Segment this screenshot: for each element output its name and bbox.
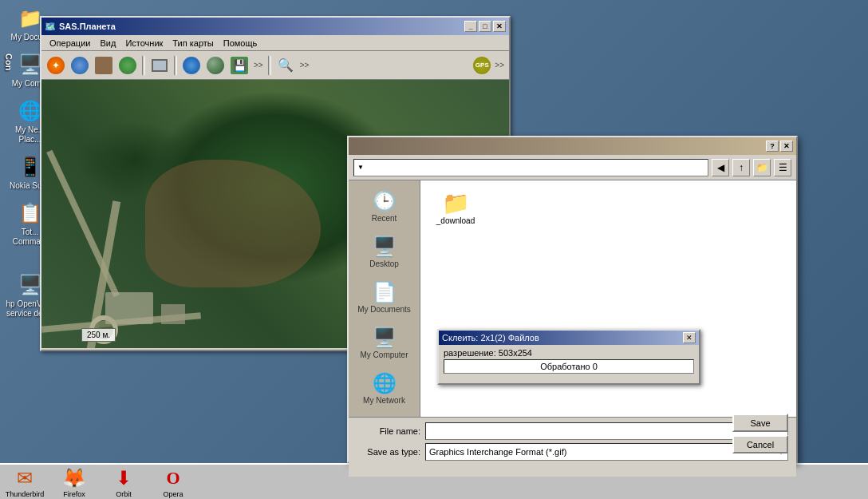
sphere-icon	[207, 57, 224, 74]
taskbar-opera[interactable]: O Opera	[152, 465, 195, 499]
menu-operations[interactable]: Операции	[45, 37, 95, 50]
save-back-btn[interactable]: ◀	[712, 159, 729, 176]
menu-help[interactable]: Помощь	[219, 37, 262, 50]
taskbar-firefox[interactable]: 🦊 Firefox	[53, 465, 96, 499]
new-folder-icon: 📁	[756, 162, 768, 173]
skleit-resolution: разрешение: 503х254	[444, 348, 694, 358]
up-folder-icon: ↑	[739, 162, 744, 173]
gps-btn[interactable]: GPS	[471, 54, 493, 77]
save-cancel-button[interactable]: Cancel	[732, 435, 788, 453]
save-content-download-folder[interactable]: 📁 _download	[424, 184, 487, 232]
globe-icon	[119, 57, 136, 74]
toolbar-sep-3	[268, 56, 271, 75]
toolbar-sep-2	[174, 56, 177, 75]
network-label: My Network	[363, 396, 405, 405]
save-up-folder-btn[interactable]: ↑	[732, 159, 750, 176]
save-sidebar: 🕒 Recent 🖥️ Desktop 📄 My Documents 🖥️ My…	[349, 180, 420, 417]
zoom-icon: 🔍	[278, 57, 294, 73]
recent-label: Recent	[372, 214, 397, 223]
toolbar-rectangle-btn[interactable]	[148, 54, 171, 77]
my-computer-icon: 🖥️	[18, 52, 43, 77]
sas-toolbar: ✦ 💾 >>	[41, 51, 509, 80]
sas-restore-button[interactable]: □	[479, 21, 491, 32]
opera-label: Opera	[163, 491, 183, 499]
network-icon: 🌐	[373, 372, 397, 394]
save-save-button[interactable]: Save	[732, 414, 788, 432]
sas-minimize-button[interactable]: _	[464, 21, 477, 32]
save-filename-input[interactable]	[429, 426, 784, 436]
sas-titlebar-title: 🗺️ SAS.Планета	[45, 22, 116, 32]
toolbar-expand-1[interactable]: >>	[252, 61, 265, 69]
toolbar-sphere-btn[interactable]	[204, 54, 227, 77]
firefox-icon: 🦊	[61, 465, 87, 491]
skleit-dialog: Склеить: 2х1(2) Файлов ✕ разрешение: 503…	[437, 329, 700, 385]
my-documents-icon: 📁	[18, 6, 43, 31]
total-commander-icon: 📋	[18, 200, 43, 226]
save-action-buttons: Save Cancel	[732, 414, 788, 453]
save-toolbar: ▼ ◀ ↑ 📁 ☰	[349, 155, 796, 180]
skleit-close-btn[interactable]: ✕	[683, 332, 696, 343]
toolbar-sep-1	[142, 56, 145, 75]
sas-app-icon: 🗺️	[45, 22, 56, 32]
skleit-content: разрешение: 503х254 Обработано 0	[439, 345, 699, 377]
download-folder-icon-save: 📁	[442, 190, 470, 216]
computer-label: My Computer	[360, 350, 408, 359]
save-filename-row: File name:	[357, 422, 788, 440]
save-help-btn[interactable]: ?	[766, 141, 779, 152]
my-network-icon: 🌐	[18, 98, 43, 124]
save-footer: File name: Save as type: Graphics Interc…	[349, 417, 796, 477]
nokia-icon: 📱	[18, 154, 43, 180]
orbit-icon: ⬇	[111, 465, 136, 491]
toolbar-globe-btn[interactable]	[116, 54, 139, 77]
sas-titlebar: 🗺️ SAS.Планета _ □ ✕	[41, 18, 509, 35]
save-sidebar-recent[interactable]: 🕒 Recent	[353, 187, 416, 226]
building-2	[161, 304, 185, 324]
sas-close-button[interactable]: ✕	[493, 21, 506, 32]
save-view-btn[interactable]: ☰	[774, 159, 791, 176]
taskbar-orbit[interactable]: ⬇ Orbit	[102, 465, 145, 499]
compass-icon: ✦	[47, 57, 65, 74]
skleit-progress-bar: Обработано 0	[444, 359, 694, 374]
gps-expand[interactable]: >>	[493, 61, 506, 69]
desktop-icon-save: 🖥️	[373, 236, 397, 258]
skleit-titlebar: Склеить: 2х1(2) Файлов ✕	[439, 331, 699, 345]
toolbar-layers-btn[interactable]	[93, 54, 115, 77]
toolbar-earth-btn[interactable]	[180, 54, 203, 77]
toolbar-compass-btn[interactable]: ✦	[45, 54, 67, 77]
save-sidebar-network[interactable]: 🌐 My Network	[353, 369, 416, 408]
sas-title-text: SAS.Планета	[59, 22, 116, 31]
toolbar-save-btn[interactable]: 💾	[228, 54, 251, 77]
save-location-dropdown[interactable]: ▼	[353, 159, 708, 176]
gps-icon: GPS	[473, 57, 491, 74]
brown-field	[145, 160, 321, 287]
toolbar-zoom-btn[interactable]: 🔍	[274, 54, 297, 77]
orbit-label: Orbit	[116, 491, 132, 499]
save-sidebar-documents[interactable]: 📄 My Documents	[353, 278, 416, 317]
menu-map-type[interactable]: Тип карты	[168, 37, 218, 50]
save-close-btn[interactable]: ✕	[780, 141, 793, 152]
save-new-folder-btn[interactable]: 📁	[753, 159, 771, 176]
save-sidebar-computer[interactable]: 🖥️ My Computer	[353, 323, 416, 362]
taskbar-thunderbird[interactable]: ✉ Thunderbird	[3, 465, 46, 499]
save-map-icon: 💾	[231, 57, 248, 74]
desktop-sidebar-label: Desktop	[369, 259, 399, 268]
toolbar-reload-btn[interactable]	[69, 54, 91, 77]
menu-source[interactable]: Источник	[120, 37, 168, 50]
desktop: Con 📁 My Docu... 🖥️ My Com... 🌐 My Ne...…	[0, 0, 868, 499]
toolbar-expand-2[interactable]: >>	[298, 61, 311, 69]
computer-icon: 🖥️	[373, 327, 397, 349]
rectangle-select-icon	[152, 59, 168, 72]
opera-icon: O	[160, 465, 186, 491]
thunderbird-icon: ✉	[12, 465, 37, 491]
map-scale-label: 250 м.	[81, 328, 116, 342]
save-filename-label: File name:	[357, 426, 420, 436]
save-sidebar-desktop[interactable]: 🖥️ Desktop	[353, 232, 416, 271]
save-filetype-row: Save as type: Graphics Interchange Forma…	[357, 443, 788, 461]
save-location-arrow: ▼	[357, 164, 364, 171]
sas-menubar: Операции Вид Источник Тип карты Помощь	[41, 35, 509, 51]
documents-icon: 📄	[373, 281, 397, 303]
menu-view[interactable]: Вид	[95, 37, 120, 50]
save-dialog: ? ✕ ▼ ◀ ↑ 📁 ☰ 🕒	[347, 136, 798, 463]
view-icon: ☰	[779, 162, 787, 173]
skleit-title-text: Склеить: 2х1(2) Файлов	[442, 333, 539, 343]
